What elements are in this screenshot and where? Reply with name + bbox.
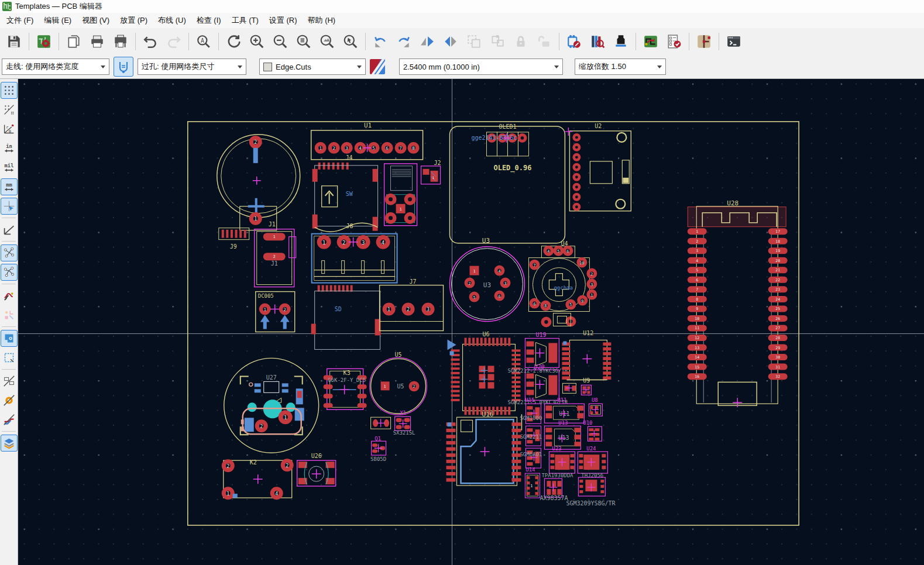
- smd-pad: [511, 453, 521, 457]
- canvas-text: SW: [346, 191, 353, 197]
- pad-number: 9: [696, 306, 698, 311]
- smd-pad: [446, 466, 456, 469]
- scripting-console-button[interactable]: [723, 30, 745, 53]
- smd-pad: [351, 285, 353, 292]
- ref-label: U3: [482, 237, 490, 244]
- menu-item-5[interactable]: 布线 (U): [153, 13, 191, 27]
- toolbar-separator: [188, 33, 189, 50]
- menu-item-1[interactable]: 文件 (F): [1, 13, 39, 27]
- smd-pad: [570, 466, 574, 469]
- menu-item-9[interactable]: 帮助 (H): [303, 13, 341, 27]
- units-inches-toggle[interactable]: in: [1, 140, 18, 157]
- pad-number: 7: [399, 146, 402, 151]
- ref-label: J1: [271, 260, 278, 267]
- menu-item-7[interactable]: 工具 (T): [226, 13, 264, 27]
- menu-item-3[interactable]: 视图 (V): [77, 13, 115, 27]
- smd-pad: [526, 476, 530, 479]
- layer-pair-indicator[interactable]: [370, 59, 385, 74]
- flip-horizontal-button[interactable]: [416, 30, 438, 53]
- via-size-select[interactable]: 过孔: 使用网络类尺寸: [138, 58, 246, 75]
- zoom-select[interactable]: 缩放倍数 1.50: [575, 58, 666, 75]
- smd-pad: [595, 428, 599, 431]
- sketch-footprints-toggle[interactable]: [1, 373, 18, 390]
- ref-label: J7: [410, 278, 417, 285]
- smd-pad: [579, 490, 583, 493]
- flip-vertical-button[interactable]: [439, 30, 462, 53]
- footprint-graphic: [253, 148, 258, 163]
- smd-pad: [492, 337, 494, 346]
- smd-pad: [338, 285, 341, 292]
- curved-ratsnest-toggle[interactable]: [1, 264, 18, 281]
- page-settings-button[interactable]: [63, 30, 85, 53]
- zoom-out-button[interactable]: [269, 30, 291, 53]
- smd-pad: [500, 337, 503, 346]
- menu-item-8[interactable]: 设置 (R): [264, 13, 303, 27]
- smd-pad: [511, 472, 521, 476]
- smd-pad: [562, 362, 570, 365]
- toolbar-separator: [2, 284, 16, 284]
- footprint-graphic: [311, 323, 316, 334]
- smd-pad: [590, 406, 593, 409]
- units-mm-toggle[interactable]: mm: [1, 178, 18, 195]
- save-button[interactable]: [3, 30, 25, 53]
- zone-outlines-toggle[interactable]: [1, 349, 18, 366]
- menu-item-6[interactable]: 检查 (I): [191, 13, 226, 27]
- sketch-pads-toggle[interactable]: [1, 392, 18, 409]
- ref-label: U27: [266, 374, 277, 381]
- pad-number: 23: [775, 287, 780, 292]
- toolbar-separator: [2, 431, 16, 432]
- grid-overrides-toggle[interactable]: [1, 101, 18, 118]
- layers-manager-toggle[interactable]: [1, 435, 18, 452]
- smd-pad: [511, 460, 521, 463]
- smd-pad: [526, 373, 534, 378]
- ref-label: U19: [535, 332, 546, 338]
- zoom-in-button[interactable]: [246, 30, 268, 53]
- menu-item-2[interactable]: 编辑 (E): [39, 13, 77, 27]
- sketch-tracks-toggle[interactable]: [1, 411, 18, 428]
- zoom-selection-button[interactable]: [339, 30, 362, 53]
- refresh-button[interactable]: [222, 30, 245, 53]
- print-button[interactable]: [86, 30, 108, 53]
- toolbar-separator: [636, 33, 636, 50]
- footprint-graphic: [450, 351, 454, 355]
- menu-item-4[interactable]: 放置 (P): [115, 13, 153, 27]
- show-ratsnest-toggle[interactable]: [1, 244, 18, 261]
- pad-number: 21: [775, 268, 780, 273]
- board-setup-button[interactable]: [33, 30, 55, 53]
- toolbar-separator: [719, 33, 719, 50]
- zoom-fit-page-button[interactable]: [293, 30, 315, 53]
- grid-visibility-toggle[interactable]: [1, 82, 18, 99]
- rotate-ccw-button[interactable]: [369, 30, 391, 53]
- pcb-canvas[interactable]: 21U112345678J4SWJ81234J912J1J1DC00512SDJ…: [18, 79, 924, 565]
- plot-button[interactable]: [109, 30, 132, 53]
- update-pcb-from-schematic-button[interactable]: [563, 30, 585, 53]
- units-mils-toggle[interactable]: mil: [1, 159, 18, 176]
- layer-select[interactable]: Edge.Cuts: [259, 58, 366, 75]
- search-libraries-button[interactable]: [586, 30, 609, 53]
- pad-number: 1: [284, 415, 287, 421]
- pad-number: 1: [387, 306, 390, 312]
- rotate-cw-button[interactable]: [393, 30, 415, 53]
- sketch-tracks-icon: [3, 414, 15, 426]
- design-rules-check-button[interactable]: [663, 30, 685, 53]
- polar-coordinates-toggle[interactable]: θr: [1, 120, 18, 137]
- sketch-mode-toggle[interactable]: [1, 221, 18, 238]
- zoom-fit-objects-button[interactable]: [316, 30, 338, 53]
- net-color-mode-toggle[interactable]: [1, 287, 18, 304]
- interactive-router-settings-button[interactable]: [693, 30, 715, 53]
- ref-label: U28: [727, 199, 738, 207]
- canvas-text: 1: [530, 484, 533, 488]
- import-changes-button[interactable]: [640, 30, 662, 53]
- dim-nets-toggle[interactable]: [1, 306, 18, 323]
- smd-pad: [527, 440, 533, 443]
- 3d-viewer-button[interactable]: [610, 30, 632, 53]
- track-width-select[interactable]: 走线: 使用网络类宽度: [2, 58, 109, 75]
- find-button[interactable]: A: [193, 30, 215, 53]
- full-window-crosshair-toggle[interactable]: [1, 198, 18, 215]
- auto-track-width-toggle[interactable]: [114, 57, 133, 77]
- footprint-graphic: [563, 341, 566, 344]
- grid-select[interactable]: 2.5400 mm (0.1000 in): [399, 58, 563, 75]
- undo-button[interactable]: [139, 30, 162, 53]
- filled-zones-toggle[interactable]: [1, 330, 18, 347]
- smd-pad: [562, 371, 570, 374]
